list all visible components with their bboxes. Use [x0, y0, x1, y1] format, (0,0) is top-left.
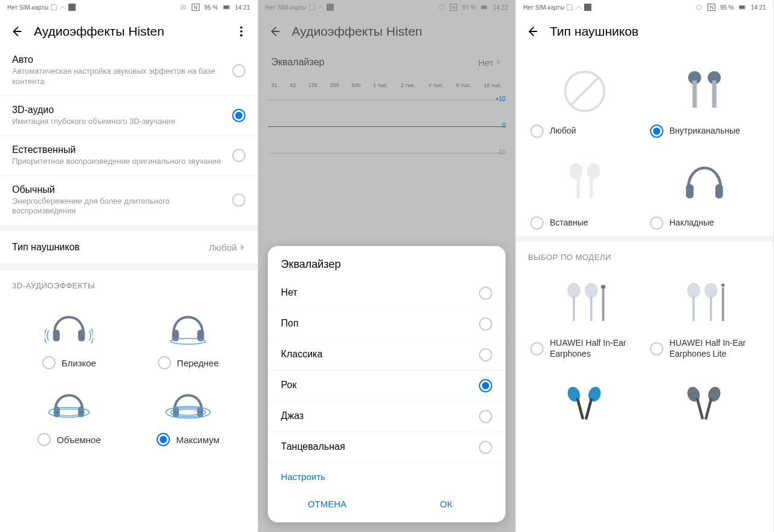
headphone-close-icon — [36, 300, 102, 351]
earphone-icon — [528, 271, 642, 338]
svg-rect-48 — [692, 296, 695, 321]
radio[interactable] — [530, 342, 544, 355]
cancel-button[interactable]: ОТМЕНА — [268, 490, 387, 517]
svg-rect-0 — [68, 4, 76, 11]
radio[interactable] — [650, 342, 663, 355]
radio[interactable] — [530, 125, 544, 138]
eq-option-none[interactable]: Нет — [268, 278, 506, 309]
eq-option-pop[interactable]: Поп — [268, 309, 506, 340]
svg-point-6 — [240, 34, 242, 37]
fx-grid: Близкое Переднее Объемное Максимум — [0, 295, 258, 458]
fx-wide[interactable]: Объемное — [12, 377, 126, 446]
svg-rect-40 — [715, 184, 723, 198]
mode-natural[interactable]: ЕстественныйПриоритетное воспроизведение… — [0, 136, 258, 176]
svg-rect-38 — [590, 177, 593, 198]
model-sport[interactable] — [528, 366, 642, 433]
earphone-lite-icon — [648, 271, 761, 338]
svg-point-20 — [175, 409, 201, 415]
headphone-type-link[interactable]: Тип наушников Любой — [0, 231, 258, 264]
svg-rect-32 — [692, 80, 697, 108]
svg-rect-54 — [576, 398, 585, 420]
dialog-backdrop[interactable]: Эквалайзер Нет Поп Классика Рок Джаз Тан… — [258, 0, 516, 532]
svg-rect-3 — [224, 6, 229, 9]
model-section-label: ВЫБОР ПО МОДЕЛИ — [516, 242, 773, 267]
model-grid: HUAWEI Half In-Ear Earphones HUAWEI Half… — [516, 267, 773, 433]
model-half-in-ear[interactable]: HUAWEI Half In-Ear Earphones — [528, 271, 642, 359]
svg-rect-8 — [79, 329, 85, 341]
screen-equalizer: Нет SIM-карты N 95 % 14:22 Аудиоэффекты … — [258, 0, 516, 532]
radio[interactable] — [232, 149, 246, 162]
svg-rect-25 — [584, 4, 591, 11]
fx-max[interactable]: Максимум — [131, 377, 246, 446]
svg-point-59 — [706, 385, 722, 403]
eq-option-rock[interactable]: Рок — [268, 371, 506, 401]
svg-point-47 — [687, 283, 700, 298]
type-in-ear[interactable]: Внутриканальные — [648, 58, 761, 138]
mode-list: АвтоАвтоматическая настройка звуковых эф… — [0, 46, 258, 225]
svg-rect-58 — [695, 398, 704, 420]
radio[interactable] — [650, 216, 663, 230]
svg-point-49 — [704, 283, 718, 298]
headphone-front-icon — [155, 300, 221, 351]
chevron-icon — [239, 243, 246, 251]
radio[interactable] — [650, 125, 663, 138]
svg-rect-39 — [686, 184, 694, 198]
svg-rect-45 — [602, 287, 605, 321]
svg-rect-42 — [573, 296, 575, 321]
radio[interactable] — [37, 433, 51, 446]
clock: 14:21 — [235, 4, 250, 11]
radio[interactable] — [157, 433, 170, 446]
model-metal[interactable] — [648, 366, 761, 433]
radio[interactable] — [232, 64, 246, 77]
metal-earphone-icon — [648, 366, 761, 433]
eq-option-dance[interactable]: Танцевальная — [268, 432, 506, 463]
status-bar: Нет SIM-карты N 95 % 14:21 — [516, 0, 773, 15]
fx-section-label: 3D-АУДИОЭФФЕКТЫ — [0, 270, 258, 295]
ok-button[interactable]: ОК — [386, 490, 506, 517]
radio[interactable] — [232, 193, 246, 207]
eq-option-classic[interactable]: Классика — [268, 340, 506, 371]
screen-audio-effects: Нет SIM-карты N 95 % 14:21 Аудиоэффекты … — [0, 0, 258, 532]
screen-headphone-type: Нет SIM-карты N 95 % 14:21 Тип наушников… — [516, 0, 774, 532]
radio[interactable] — [158, 356, 171, 369]
svg-rect-34 — [712, 80, 716, 108]
fx-close[interactable]: Близкое — [12, 300, 126, 369]
page-title: Аудиоэффекты Histen — [34, 24, 224, 39]
radio[interactable] — [232, 109, 246, 122]
more-icon[interactable] — [235, 25, 248, 38]
svg-point-57 — [685, 385, 701, 403]
type-any[interactable]: Любой — [528, 58, 642, 138]
svg-point-52 — [721, 284, 724, 287]
svg-rect-28 — [740, 6, 745, 9]
customize-link[interactable]: Настроить — [268, 463, 506, 490]
back-icon[interactable] — [10, 25, 23, 38]
svg-rect-60 — [704, 398, 713, 420]
over-ear-icon — [648, 150, 761, 216]
none-icon — [528, 58, 642, 125]
type-over-ear[interactable]: Накладные — [648, 150, 761, 230]
dialog-title: Эквалайзер — [268, 258, 506, 278]
fx-front[interactable]: Переднее — [131, 300, 246, 369]
svg-point-35 — [570, 163, 583, 180]
svg-point-26 — [697, 5, 701, 10]
svg-point-55 — [587, 385, 603, 403]
sport-earphone-icon — [528, 366, 642, 433]
svg-rect-36 — [577, 177, 580, 198]
model-half-in-ear-lite[interactable]: HUAWEI Half In-Ear Earphones Lite — [648, 271, 761, 359]
mode-normal[interactable]: ОбычныйЭнергосбережение для более длител… — [0, 176, 258, 225]
mode-3d[interactable]: 3D-аудиоИмитация глубокого объемного 3D-… — [0, 96, 258, 136]
radio[interactable] — [42, 356, 56, 369]
header: Тип наушников — [516, 15, 773, 46]
svg-line-30 — [571, 78, 597, 104]
radio[interactable] — [530, 216, 544, 230]
type-earbud[interactable]: Вставные — [528, 150, 642, 230]
nfc-label: N — [192, 4, 200, 11]
mode-auto[interactable]: АвтоАвтоматическая настройка звуковых эф… — [0, 46, 258, 96]
headphone-wide-icon — [36, 377, 102, 428]
equalizer-dialog: Эквалайзер Нет Поп Классика Рок Джаз Тан… — [268, 246, 506, 522]
back-icon[interactable] — [525, 25, 539, 38]
svg-rect-50 — [710, 296, 712, 321]
svg-point-4 — [240, 27, 242, 29]
svg-rect-7 — [53, 329, 60, 341]
eq-option-jazz[interactable]: Джаз — [268, 401, 506, 432]
